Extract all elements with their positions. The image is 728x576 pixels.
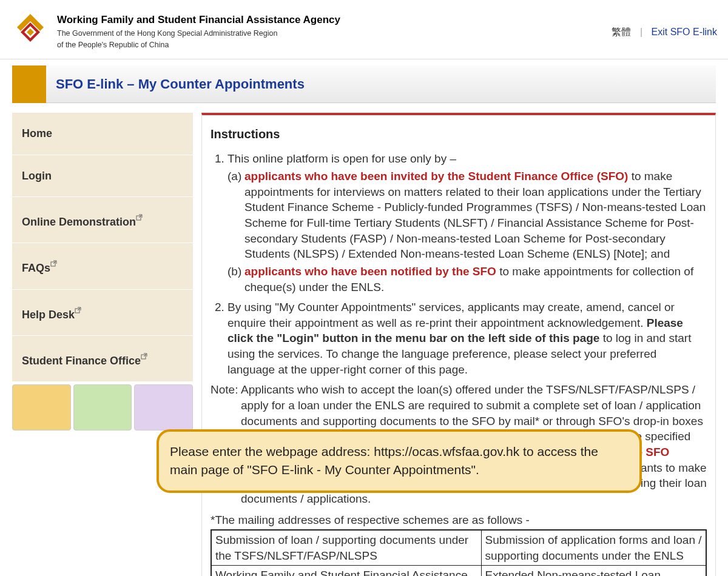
page-header: Working Family and Student Financial Ass…: [0, 0, 728, 59]
sidebar-item-helpdesk[interactable]: Help Desk: [12, 290, 193, 336]
instruction-item-1: This online platform is open for use onl…: [228, 151, 707, 295]
external-link-icon: [50, 256, 58, 271]
agency-title: Working Family and Student Financial Ass…: [57, 13, 340, 27]
instruction-item-2: By using "My Counter Appointments" servi…: [228, 300, 707, 377]
instructions-heading: Instructions: [211, 126, 707, 142]
address-table: Submission of loan / supporting document…: [211, 529, 707, 576]
table-row: Working Family and Student Financial Ass…: [211, 566, 706, 576]
exit-link[interactable]: Exit SFO E-link: [652, 27, 717, 37]
sidebar-item-faqs[interactable]: FAQs: [12, 243, 193, 289]
table-row: Submission of loan / supporting document…: [211, 530, 706, 566]
sidebar-item-label: Home: [22, 127, 52, 139]
body-text: to make appointments for interviews on m…: [244, 170, 706, 260]
mailing-intro: *The mailing addresses of respective sch…: [211, 512, 707, 528]
tooltip-text: Please enter the webpage address: https:…: [170, 444, 598, 477]
external-link-icon: [75, 303, 82, 318]
sidebar: Home Login Online Demonstration FAQs Hel…: [12, 113, 193, 433]
sidebar-item-label: Online Demonstration: [22, 216, 136, 228]
addr-line: Working Family and Student Financial Ass…: [215, 568, 477, 576]
main-layout: Home Login Online Demonstration FAQs Hel…: [0, 104, 728, 576]
sidebar-item-demo[interactable]: Online Demonstration: [12, 197, 193, 243]
addr-line: Extended Non-means-tested Loan Scheme: [485, 568, 702, 576]
body-text: By using "My Counter Appointments" servi…: [228, 301, 675, 329]
sub-list: (a) applicants who have been invited by …: [228, 169, 707, 295]
external-link-icon: [141, 349, 148, 364]
sidebar-item-sfo[interactable]: Student Finance Office: [12, 336, 193, 382]
sub-text: applicants who have been invited by the …: [244, 169, 707, 262]
sidebar-item-label: Student Finance Office: [22, 355, 141, 367]
table-cell: Extended Non-means-tested Loan Scheme St…: [481, 566, 706, 576]
sub-label: (b): [228, 264, 244, 295]
highlight-text: applicants who have been invited by the …: [244, 170, 628, 183]
agency-subtitle-2: of the People's Republic of China: [57, 40, 340, 50]
external-link-icon: [136, 210, 143, 225]
instruction-tooltip: Please enter the webpage address: https:…: [157, 429, 642, 493]
page-title: SFO E-link – My Counter Appointments: [56, 75, 706, 93]
separator: |: [640, 27, 642, 37]
highlight-text: applicants who have been notified by the…: [244, 265, 496, 278]
table-cell: Working Family and Student Financial Ass…: [211, 566, 481, 576]
sidebar-item-home[interactable]: Home: [12, 113, 193, 155]
content: Instructions This online platform is ope…: [201, 113, 716, 576]
sub-label: (a): [228, 169, 244, 262]
sub-text: applicants who have been notified by the…: [244, 264, 707, 295]
sidebar-item-label: Help Desk: [22, 309, 75, 321]
title-main: SFO E-link – My Counter Appointments: [46, 65, 716, 104]
promo-card[interactable]: [12, 384, 71, 430]
title-accent: [12, 65, 46, 104]
sidebar-item-login[interactable]: Login: [12, 155, 193, 197]
table-cell: Submission of loan / supporting document…: [211, 530, 481, 566]
sidebar-item-label: Login: [22, 170, 52, 182]
promo-banners: [12, 382, 193, 433]
sub-item-b: (b) applicants who have been notified by…: [228, 264, 707, 295]
header-right: 繁體 | Exit SFO E-link: [612, 25, 720, 39]
agency-logo: [12, 13, 49, 47]
sidebar-item-label: FAQs: [22, 262, 50, 274]
agency-subtitle-1: The Government of the Hong Kong Special …: [57, 28, 340, 39]
page-title-bar: SFO E-link – My Counter Appointments: [12, 65, 716, 104]
language-toggle[interactable]: 繁體: [612, 27, 631, 37]
instruction-text: This online platform is open for use onl…: [228, 152, 456, 165]
table-cell: Submission of application forms and loan…: [481, 530, 706, 566]
sub-item-a: (a) applicants who have been invited by …: [228, 169, 707, 262]
agency-text: Working Family and Student Financial Ass…: [57, 13, 340, 50]
promo-card[interactable]: [73, 384, 132, 430]
header-left: Working Family and Student Financial Ass…: [12, 13, 340, 50]
instructions-list: This online platform is open for use onl…: [211, 151, 707, 377]
promo-card[interactable]: [134, 384, 193, 430]
